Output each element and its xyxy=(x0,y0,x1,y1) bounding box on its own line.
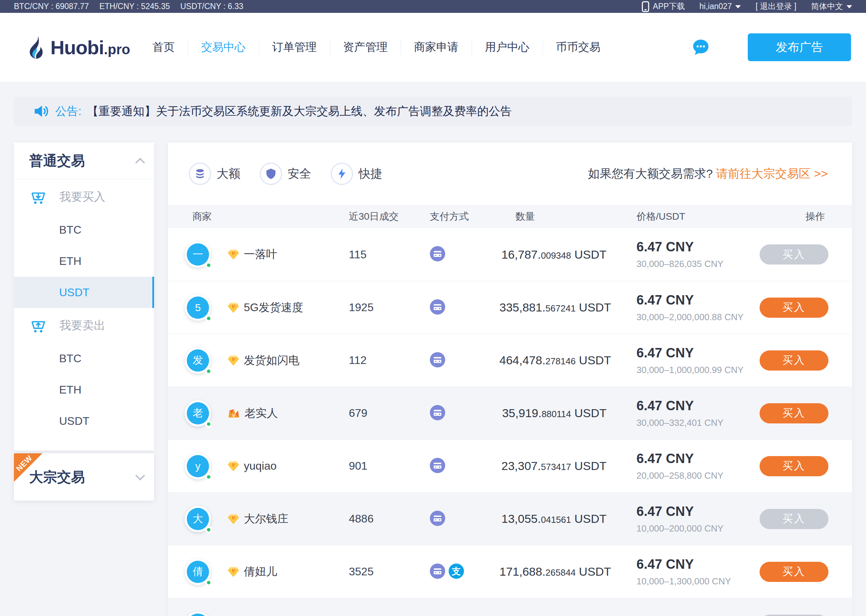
feature-safe: 安全 xyxy=(260,163,311,185)
order-limit: 30,000–2,000,000.88 CNY xyxy=(636,312,760,322)
merchant-avatar: 发 xyxy=(185,347,211,374)
bankcard-icon xyxy=(430,511,445,527)
merchant-name[interactable]: 大尔钱庄 xyxy=(244,511,288,526)
phone-icon xyxy=(642,1,649,12)
chat-button[interactable] xyxy=(692,39,710,56)
features-row: 大额 安全 快捷 如果您有大额交易需求? xyxy=(168,143,852,205)
price-cell: 6.47 CNY30,000–2,000,000.88 CNY xyxy=(606,293,760,322)
order-limit: 20,000–258,800 CNY xyxy=(636,470,760,481)
buy-button: 买入 xyxy=(760,509,828,529)
available-amount: 35,919.880114 USDT xyxy=(499,406,606,420)
price-cell: 6.47 CNY30,000–332,401 CNY xyxy=(606,398,760,428)
merchant-name[interactable]: 发货如闪电 xyxy=(244,353,299,368)
nav-item-merchant-application[interactable]: 商家申请 xyxy=(401,39,472,55)
nav-item-order-management[interactable]: 订单管理 xyxy=(259,39,330,55)
merchant-cell: 一V一落叶 xyxy=(185,241,349,268)
merchant-name[interactable]: 5G发货速度 xyxy=(244,300,303,315)
buy-button[interactable]: 买入 xyxy=(760,456,828,476)
sidebar-item-sell-eth[interactable]: ETH xyxy=(14,374,154,405)
online-status-dot xyxy=(205,473,212,481)
nav-item-asset-management[interactable]: 资产管理 xyxy=(330,39,401,55)
sidebar-item-buy-eth[interactable]: ETH xyxy=(14,245,154,277)
nav-item-coin-trade[interactable]: 币币交易 xyxy=(543,39,614,55)
bankcard-icon xyxy=(430,458,445,475)
vip-diamond-icon: V xyxy=(227,302,239,314)
amount-decimals: 567241 xyxy=(545,303,576,314)
sidebar-item-sell[interactable]: 我要卖出 xyxy=(14,308,154,343)
vip-diamond-icon: V xyxy=(227,566,239,578)
chevron-up-icon xyxy=(135,157,145,167)
block-trade-promo-link[interactable]: 请前往大宗交易区 >> xyxy=(716,167,828,180)
chat-bubble-icon xyxy=(692,39,710,56)
feature-label: 大额 xyxy=(217,166,240,182)
announcement-link[interactable]: 【重要通知】关于法币交易区系统更新及大宗交易上线、发布广告调整及费率的公告 xyxy=(87,104,512,119)
buy-button[interactable]: 买入 xyxy=(760,298,828,318)
merchant-name[interactable]: 一落叶 xyxy=(244,247,277,262)
buy-button[interactable]: 买入 xyxy=(760,350,828,371)
ticker-btc-cny: BTC/CNY : 69087.77 xyxy=(14,2,89,11)
volume-30d: 1925 xyxy=(349,301,430,314)
vip-diamond-icon: V xyxy=(227,354,239,367)
volume-30d: 112 xyxy=(349,354,430,367)
nav-item-trade-center[interactable]: 交易中心 xyxy=(188,39,259,55)
online-status-dot xyxy=(205,421,212,427)
user-menu[interactable]: hi,ian027 xyxy=(699,2,741,11)
sidebar: 普通交易 我要买入 BTC ETH USDT xyxy=(14,143,154,501)
price-value: 6.47 CNY xyxy=(636,293,760,308)
vip-crown-icon: V xyxy=(227,407,240,420)
vip-diamond-icon: V xyxy=(227,513,239,525)
buy-button[interactable]: 买入 xyxy=(760,403,828,423)
price-value: 6.47 CNY xyxy=(636,398,760,413)
order-limit: 10,000–200,000 CNY xyxy=(636,523,760,534)
language-selector[interactable]: 简体中文 xyxy=(811,1,852,12)
merchant-name[interactable]: 倩妞儿 xyxy=(244,564,277,580)
volume-30d: 115 xyxy=(349,248,430,261)
sidebar-section-block-trade[interactable]: NEW 大宗交易 xyxy=(14,453,154,501)
online-status-dot xyxy=(205,526,212,533)
ticker-eth-cny: ETH/CNY : 5245.35 xyxy=(99,2,170,11)
sidebar-section-normal-trade[interactable]: 普通交易 xyxy=(14,143,154,179)
avatar-letter: 一 xyxy=(187,244,209,266)
merchant-cell: 大V大尔钱庄 xyxy=(185,506,349,532)
nav-item-user-center[interactable]: 用户中心 xyxy=(472,39,543,55)
logout-link[interactable]: [ 退出登录 ] xyxy=(756,1,797,12)
sidebar-item-buy-btc[interactable]: BTC xyxy=(14,214,154,245)
cart-sell-icon xyxy=(30,317,46,333)
app-download-link[interactable]: APP下载 xyxy=(642,1,685,12)
bankcard-icon xyxy=(430,246,445,263)
payment-methods: 支 xyxy=(430,564,499,580)
sidebar-item-sell-usdt[interactable]: USDT xyxy=(14,405,154,437)
bankcard-icon xyxy=(430,564,445,580)
buy-button[interactable]: 买入 xyxy=(760,562,828,582)
sidebar-item-buy[interactable]: 我要买入 xyxy=(14,179,154,214)
sidebar-item-buy-usdt[interactable]: USDT xyxy=(14,277,154,308)
merchant-name[interactable]: 老实人 xyxy=(244,406,278,421)
available-amount: 23,307.573417 USDT xyxy=(499,459,606,473)
available-amount: 464,478.278146 USDT xyxy=(499,354,606,367)
table-row: 5V5G发货速度1925335,881.567241 USDT6.47 CNY3… xyxy=(168,281,852,334)
payment-methods xyxy=(430,511,499,527)
col-header-price: 价格/USDT xyxy=(606,210,760,223)
announcement-label: 公告: xyxy=(55,104,81,119)
col-header-volume-30d: 近30日成交 xyxy=(349,210,430,223)
merchant-name[interactable]: yuqiao xyxy=(244,460,277,472)
huobi-logo[interactable]: Huobi.pro xyxy=(26,36,130,59)
sidebar-item-sell-btc[interactable]: BTC xyxy=(14,343,154,374)
action-cell: 买入 xyxy=(760,456,835,476)
merchant-avatar: 倩 xyxy=(185,559,211,585)
merchant-table-body: 一V一落叶11516,787.009348 USDT6.47 CNY30,000… xyxy=(168,228,852,616)
vip-diamond-icon: V xyxy=(227,460,239,472)
publish-ad-button[interactable]: 发布广告 xyxy=(748,33,851,61)
amount-decimals: 009348 xyxy=(541,250,571,261)
chevron-down-icon xyxy=(847,5,852,8)
amount-integer: 335,881. xyxy=(499,301,545,314)
feature-fast: 快捷 xyxy=(331,163,382,185)
col-header-payment: 支付方式 xyxy=(430,210,499,223)
block-trade-promo: 如果您有大额交易需求? 请前往大宗交易区 >> xyxy=(588,166,828,182)
order-limit: 30,000–332,401 CNY xyxy=(636,418,760,428)
avatar-letter xyxy=(187,614,209,616)
merchant-table-card: 大额 安全 快捷 如果您有大额交易需求? xyxy=(168,143,852,616)
nav-item-home[interactable]: 首页 xyxy=(139,39,188,55)
huobi-flame-icon xyxy=(26,36,46,59)
price-cell: 6.47 CNY30,000–826,035 CNY xyxy=(606,239,760,269)
